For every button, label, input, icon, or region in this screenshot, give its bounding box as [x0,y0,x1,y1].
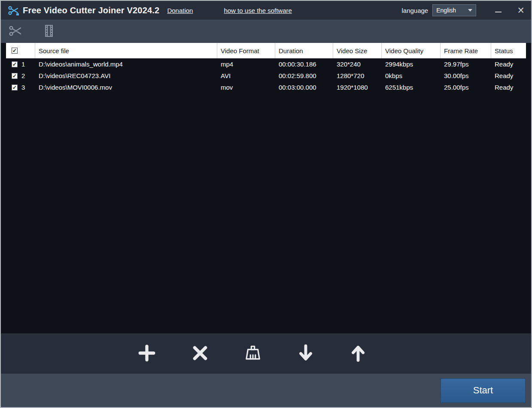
app-logo-icon [8,5,19,16]
film-strip-icon [42,24,56,39]
col-header-source-file: Source file [35,43,217,58]
window-controls: × [493,6,524,15]
table-body: ✓ 1 D:\videos\animals_world.mp4 mp4 00:0… [6,58,526,333]
cell-duration: 00:00:30.186 [275,60,333,68]
row-number: 3 [21,84,25,91]
header-checkbox-cell: ✓ [6,43,35,58]
cell-source-file: D:\videos\animals_world.mp4 [35,60,217,68]
start-button[interactable]: Start [441,378,526,403]
table-row[interactable]: ✓ 3 D:\videos\MOVI0006.mov mov 00:03:00.… [6,82,526,93]
cell-duration: 00:03:00.000 [275,84,333,91]
cell-video-quality: 0kbps [382,72,441,79]
window-title: Free Video Cutter Joiner V2024.2 [23,6,159,15]
cell-video-format: mp4 [217,60,275,68]
file-list-panel: ✓ Source file Video Format Duration Vide… [1,43,531,333]
list-actions-toolbar [1,333,531,374]
table-row[interactable]: ✓ 2 D:\videos\REC04723.AVI AVI 00:02:59.… [6,70,526,82]
col-header-video-quality: Video Quality [382,43,441,58]
cell-video-format: mov [217,84,275,91]
donation-link[interactable]: Donation [167,7,193,14]
cell-source-file: D:\videos\REC04723.AVI [35,72,217,79]
cell-video-quality: 2994kbps [382,60,441,68]
cell-video-size: 1920*1080 [333,84,382,91]
status-bar: Start [1,374,531,407]
col-header-duration: Duration [275,43,333,58]
row-checkbox[interactable]: ✓ [12,85,18,91]
cell-video-format: AVI [217,72,275,79]
help-link[interactable]: how to use the software [224,7,292,14]
cell-source-file: D:\videos\MOVI0006.mov [35,84,217,91]
col-header-frame-rate: Frame Rate [441,43,491,58]
language-value: English [436,7,456,14]
minimize-button[interactable] [493,6,503,15]
row-number: 1 [21,60,25,68]
remove-file-button[interactable] [191,344,209,363]
join-tool-button[interactable] [42,24,56,39]
row-number: 2 [21,72,25,79]
table-header: ✓ Source file Video Format Duration Vide… [6,43,526,58]
language-label: language [401,7,428,14]
arrow-up-icon [349,344,367,364]
cell-video-size: 320*240 [333,60,382,68]
row-checkbox[interactable]: ✓ [12,61,18,67]
scissors-icon [9,24,22,39]
arrow-down-icon [297,344,315,364]
broom-icon [243,344,262,363]
cell-video-size: 1280*720 [333,72,382,79]
cut-tool-button[interactable] [9,24,22,39]
minimize-icon [495,12,502,12]
cell-frame-rate: 25.00fps [441,84,491,91]
col-header-video-format: Video Format [217,43,275,58]
x-icon [191,344,209,363]
titlebar: Free Video Cutter Joiner V2024.2 Donatio… [1,1,531,20]
cell-duration: 00:02:59.800 [275,72,333,79]
toolbar [1,20,531,43]
cell-status: Ready [491,60,526,68]
clear-list-button[interactable] [243,344,262,363]
language-select[interactable]: English [432,4,476,16]
language-group: language English [401,4,476,16]
move-up-button[interactable] [349,344,367,364]
move-down-button[interactable] [297,344,315,364]
row-checkbox[interactable]: ✓ [12,73,18,79]
add-file-button[interactable] [137,344,157,363]
close-button[interactable]: × [517,6,524,15]
cell-video-quality: 6251kbps [382,84,441,91]
cell-status: Ready [491,84,526,91]
select-all-checkbox[interactable]: ✓ [12,48,18,54]
cell-frame-rate: 29.97fps [441,60,491,68]
cell-frame-rate: 30.00fps [441,72,491,79]
plus-icon [137,344,157,363]
chevron-down-icon [468,9,472,12]
table-row[interactable]: ✓ 1 D:\videos\animals_world.mp4 mp4 00:0… [6,58,526,70]
app-window: Free Video Cutter Joiner V2024.2 Donatio… [0,0,532,408]
col-header-status: Status [491,43,526,58]
cell-status: Ready [491,72,526,79]
col-header-video-size: Video Size [333,43,382,58]
